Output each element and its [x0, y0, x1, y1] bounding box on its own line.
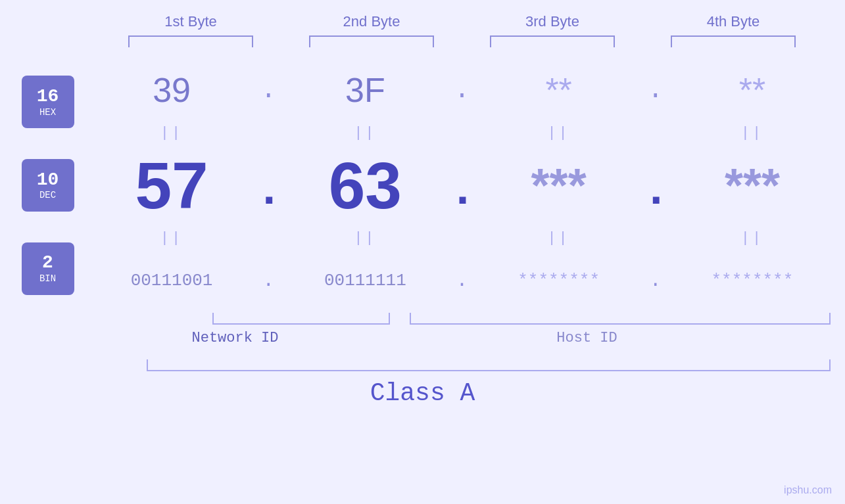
- dec-val-3: ***: [487, 158, 631, 212]
- byte-label-4: 4th Byte: [661, 13, 806, 30]
- top-bracket-1: [128, 35, 253, 47]
- badge-hex-label: HEX: [39, 107, 56, 118]
- bin-val-2: 00111111: [293, 271, 437, 290]
- hex-val-2: 3F: [293, 70, 437, 110]
- bracket-host: [410, 313, 831, 325]
- bin-dot-3: .: [642, 269, 669, 292]
- bin-val-4: ********: [680, 271, 825, 290]
- host-id-label: Host ID: [344, 330, 831, 346]
- top-bracket-2: [309, 35, 434, 47]
- sep-1-4: ||: [680, 125, 825, 141]
- badge-bin-number: 2: [42, 253, 53, 273]
- bottom-labels-row: Network ID Host ID: [81, 330, 831, 346]
- dec-val-4: ***: [680, 158, 825, 212]
- sep-1-2: ||: [293, 125, 437, 141]
- badge-dec: 10 DEC: [22, 159, 74, 212]
- dec-dot-2: .: [448, 169, 475, 225]
- badge-dec-number: 10: [37, 170, 59, 191]
- badge-dec-label: DEC: [39, 190, 56, 200]
- top-brackets: [101, 35, 824, 47]
- sep-2-3: ||: [487, 230, 631, 246]
- bottom-section: Network ID Host ID: [81, 313, 831, 371]
- top-bracket-3: [490, 35, 615, 47]
- main-container: 1st Byte 2nd Byte 3rd Byte 4th Byte 16 H…: [0, 0, 845, 504]
- hex-dot-1: .: [255, 76, 281, 105]
- hex-row: 39 . 3F . ** . **: [87, 60, 837, 120]
- bin-val-1: 00111001: [99, 271, 244, 290]
- dec-val-1: 57: [99, 148, 244, 223]
- badges-column: 16 HEX 10 DEC 2 BIN: [9, 60, 87, 310]
- badge-hex: 16 HEX: [22, 76, 74, 128]
- big-bottom-bracket: [147, 359, 831, 371]
- hex-val-1: 39: [99, 70, 244, 110]
- sep-1-3: ||: [487, 125, 631, 141]
- bin-dot-1: .: [255, 269, 281, 292]
- hex-val-4: **: [680, 70, 825, 110]
- values-grid: 39 . 3F . ** . ** || || || || 57: [87, 60, 837, 310]
- network-id-label: Network ID: [147, 330, 324, 346]
- hex-dot-3: .: [642, 76, 669, 105]
- bin-row: 00111001 . 00111111 . ******** . *******…: [87, 251, 837, 310]
- sep-row-2: || || || ||: [87, 225, 837, 251]
- sep-1-1: ||: [99, 125, 244, 141]
- bin-val-3: ********: [487, 271, 631, 290]
- sep-row-1: || || || ||: [87, 120, 837, 146]
- dec-val-2: 63: [293, 148, 437, 223]
- dec-row: 57 . 63 . *** . ***: [87, 146, 837, 225]
- byte-label-3: 3rd Byte: [480, 13, 625, 30]
- byte-label-2: 2nd Byte: [299, 13, 444, 30]
- hex-val-3: **: [487, 70, 631, 110]
- badge-bin-label: BIN: [39, 273, 56, 284]
- badge-hex-number: 16: [37, 87, 59, 107]
- dec-dot-3: .: [642, 169, 669, 225]
- byte-label-1: 1st Byte: [118, 13, 263, 30]
- badge-bin: 2 BIN: [22, 242, 74, 295]
- bracket-network: [212, 313, 390, 325]
- rows-area: 16 HEX 10 DEC 2 BIN 39 . 3F . ** . **: [9, 60, 837, 310]
- sep-2-4: ||: [680, 230, 825, 246]
- dec-dot-1: .: [255, 169, 281, 225]
- bin-dot-2: .: [448, 269, 475, 292]
- sep-2-2: ||: [293, 230, 437, 246]
- bottom-brackets-row: [81, 313, 831, 325]
- top-bracket-4: [671, 35, 796, 47]
- hex-dot-2: .: [448, 76, 475, 105]
- watermark: ipshu.com: [784, 484, 832, 496]
- sep-2-1: ||: [99, 230, 244, 246]
- class-label: Class A: [370, 379, 475, 407]
- byte-labels-row: 1st Byte 2nd Byte 3rd Byte 4th Byte: [101, 13, 824, 30]
